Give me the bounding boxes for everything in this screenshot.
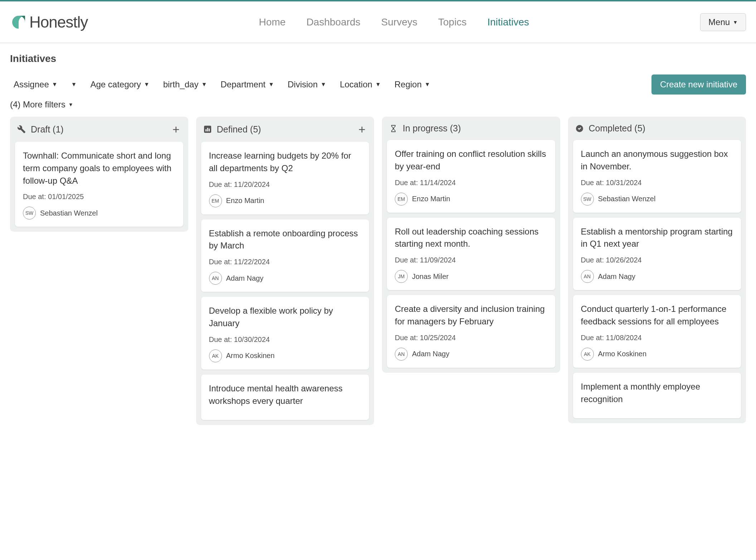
initiative-card[interactable]: Townhall: Communicate short and long ter… (15, 142, 183, 227)
initiative-card[interactable]: Develop a flexible work policy by Januar… (201, 297, 369, 370)
svg-rect-3 (209, 129, 210, 131)
card-title: Implement a monthly employee recognition (581, 381, 733, 406)
card-assignee: SWSebastian Wenzel (23, 207, 175, 219)
initiative-card[interactable]: Increase learning budgets by 20% for all… (201, 142, 369, 214)
create-initiative-button[interactable]: Create new initiative (651, 74, 746, 95)
filter-location[interactable]: Location ▼ (336, 77, 384, 92)
card-title: Townhall: Communicate short and long ter… (23, 150, 175, 187)
avatar: AN (209, 272, 222, 285)
column-checkcircle: Completed (5)Launch an anonymous suggest… (568, 117, 746, 423)
filter-department[interactable]: Department ▼ (217, 77, 277, 92)
caret-down-icon: ▼ (733, 19, 738, 25)
column-title: In progress (3) (403, 123, 553, 134)
nav-surveys[interactable]: Surveys (381, 14, 417, 31)
initiative-card[interactable]: Launch an anonymous suggestion box in No… (573, 140, 741, 213)
avatar: SW (23, 207, 36, 219)
card-title: Offer training on conflict resolution sk… (395, 148, 547, 173)
logo-text: Honestly (29, 13, 88, 31)
filter-region[interactable]: Region ▼ (391, 77, 434, 92)
card-assignee: AKArmo Koskinen (581, 348, 733, 361)
avatar: SW (581, 193, 594, 206)
avatar: AN (395, 348, 408, 361)
assignee-name: Sebastian Wenzel (598, 195, 656, 203)
caret-down-icon: ▼ (321, 81, 326, 88)
initiative-card[interactable]: Conduct quarterly 1-on-1 performance fee… (573, 295, 741, 368)
card-due: Due at: 11/09/2024 (395, 256, 547, 264)
menu-label: Menu (708, 17, 730, 27)
add-card-button[interactable]: + (171, 123, 181, 135)
bar-chart-icon (203, 125, 212, 134)
card-title: Launch an anonymous suggestion box in No… (581, 148, 733, 173)
card-list: Increase learning budgets by 20% for all… (196, 142, 374, 425)
logo[interactable]: Honestly (10, 13, 88, 31)
initiative-card[interactable]: Create a diversity and inclusion trainin… (387, 295, 555, 368)
assignee-name: Adam Nagy (226, 274, 264, 283)
filter-assignee[interactable]: Assignee ▼ (10, 77, 61, 92)
assignee-name: Adam Nagy (412, 350, 450, 358)
avatar: EM (395, 193, 408, 206)
caret-down-icon: ▼ (375, 81, 381, 88)
card-title: Develop a flexible work policy by Januar… (209, 305, 362, 330)
hourglass-icon (389, 124, 398, 133)
kanban-board: Draft (1)+Townhall: Communicate short an… (0, 117, 756, 435)
menu-button[interactable]: Menu ▼ (700, 13, 746, 31)
initiative-card[interactable]: Establish a remote onboarding process by… (201, 219, 369, 292)
filters-row: Assignee ▼ ▼ Age category ▼ birth_day ▼ … (0, 69, 756, 100)
avatar: AN (581, 270, 594, 283)
caret-down-icon: ▼ (68, 102, 73, 107)
initiative-card[interactable]: Establish a mentorship program starting … (573, 218, 741, 290)
caret-down-icon: ▼ (268, 81, 274, 88)
more-filters[interactable]: (4) More filters ▼ (0, 100, 756, 117)
column-title: Completed (5) (589, 123, 739, 134)
assignee-name: Sebastian Wenzel (40, 209, 98, 217)
card-title: Establish a remote onboarding process by… (209, 227, 362, 252)
initiative-card[interactable]: Implement a monthly employee recognition (573, 373, 741, 419)
page-title: Initiatives (10, 53, 746, 64)
filter-age-category[interactable]: Age category ▼ (87, 77, 153, 92)
card-assignee: ANAdam Nagy (209, 272, 362, 285)
assignee-name: Enzo Martin (226, 197, 265, 205)
filter-division[interactable]: Division ▼ (284, 77, 330, 92)
column-hourglass: In progress (3)Offer training on conflic… (382, 117, 560, 373)
nav-initiatives[interactable]: Initiatives (487, 14, 529, 31)
card-due: Due at: 10/31/2024 (581, 179, 733, 187)
card-due: Due at: 11/14/2024 (395, 179, 547, 187)
nav-home[interactable]: Home (259, 14, 286, 31)
column-header: Completed (5) (568, 117, 746, 140)
tools-icon (17, 125, 26, 134)
card-assignee: SWSebastian Wenzel (581, 193, 733, 206)
avatar: JM (395, 270, 408, 283)
column-tools: Draft (1)+Townhall: Communicate short an… (10, 117, 188, 232)
card-assignee: JMJonas Miler (395, 270, 547, 283)
filter-spacer[interactable]: ▼ (68, 78, 81, 91)
initiative-card[interactable]: Offer training on conflict resolution sk… (387, 140, 555, 213)
avatar: AK (581, 348, 594, 361)
assignee-name: Armo Koskinen (226, 352, 275, 360)
caret-down-icon: ▼ (71, 81, 77, 88)
card-title: Increase learning budgets by 20% for all… (209, 150, 362, 175)
filter-birth-day[interactable]: birth_day ▼ (160, 77, 211, 92)
assignee-name: Enzo Martin (412, 195, 450, 203)
column-header: Draft (1)+ (10, 117, 188, 142)
caret-down-icon: ▼ (425, 81, 430, 88)
initiative-card[interactable]: Roll out leadership coaching sessions st… (387, 218, 555, 290)
card-assignee: ANAdam Nagy (395, 348, 547, 361)
svg-rect-2 (207, 128, 208, 131)
initiative-card[interactable]: Introduce mental health awareness worksh… (201, 375, 369, 420)
add-card-button[interactable]: + (357, 123, 367, 135)
nav-dashboards[interactable]: Dashboards (306, 14, 360, 31)
card-list: Townhall: Communicate short and long ter… (10, 142, 188, 232)
caret-down-icon: ▼ (201, 81, 207, 88)
avatar: AK (209, 349, 222, 362)
column-header: Defined (5)+ (196, 117, 374, 142)
card-due: Due at: 10/30/2024 (209, 335, 362, 344)
card-title: Introduce mental health awareness worksh… (209, 382, 362, 407)
card-due: Due at: 11/08/2024 (581, 334, 733, 342)
card-assignee: EMEnzo Martin (209, 194, 362, 207)
column-title: Defined (5) (217, 124, 352, 135)
column-barchart: Defined (5)+Increase learning budgets by… (196, 117, 374, 425)
nav-topics[interactable]: Topics (438, 14, 466, 31)
card-due: Due at: 11/22/2024 (209, 258, 362, 266)
logo-icon (10, 14, 27, 31)
card-assignee: ANAdam Nagy (581, 270, 733, 283)
